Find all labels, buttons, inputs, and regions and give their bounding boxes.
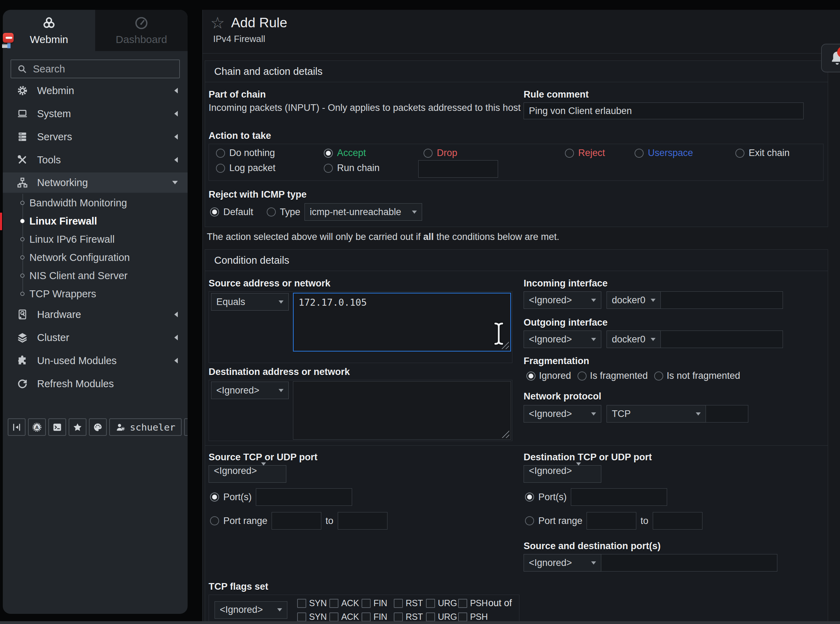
flag-syn-checkbox[interactable]	[297, 599, 306, 608]
fragmentation-option-is-not-fragmented[interactable]: Is not fragmented	[654, 371, 740, 381]
flag-ack-checkbox[interactable]	[330, 612, 339, 622]
action-option-reject[interactable]: Reject	[565, 148, 605, 158]
destination-address-match-select[interactable]: <Ignored>	[211, 382, 289, 399]
icmp-type-option[interactable]: Type	[267, 207, 301, 218]
flag-fin-checkbox[interactable]	[362, 599, 371, 608]
sidebar-item-network-configuration[interactable]: Network Configuration	[3, 248, 187, 267]
radio-icon[interactable]	[654, 371, 663, 380]
destination-port-range-radio[interactable]	[525, 516, 534, 525]
action-option-do-nothing[interactable]: Do nothing	[216, 148, 275, 158]
destination-ports-input[interactable]	[571, 488, 667, 506]
icmp-default-option[interactable]: Default	[210, 207, 254, 218]
incoming-interface-match-select[interactable]: <Ignored>	[524, 291, 601, 309]
theme-palette-button[interactable]	[89, 419, 107, 436]
source-address-match-select[interactable]: Equals	[211, 293, 289, 310]
destination-address-group: <Ignored>	[209, 380, 512, 441]
flag-syn-checkbox[interactable]	[297, 612, 306, 622]
sidebar-item-linux-firewall[interactable]: Linux Firewall	[3, 212, 187, 230]
destination-address-textarea[interactable]	[293, 381, 511, 440]
destination-port-range-to-input[interactable]	[653, 512, 702, 530]
tab-dashboard[interactable]: Dashboard	[95, 10, 187, 51]
destination-port-match-select[interactable]: <Ignored>	[524, 465, 601, 483]
source-address-textarea[interactable]: 172.17.0.105	[293, 293, 511, 352]
radio-icon[interactable]	[424, 149, 433, 158]
user-menu-button[interactable]: schueler	[109, 419, 182, 436]
terminal-button[interactable]	[48, 419, 66, 436]
icmp-type-select[interactable]: icmp-net-unreachable	[305, 203, 422, 221]
theme-auto-button[interactable]: A	[28, 419, 46, 436]
flag-urg-checkbox[interactable]	[426, 612, 435, 622]
source-port-range-radio[interactable]	[210, 516, 219, 525]
select-arrow-icon	[261, 462, 266, 476]
src-dst-ports-input[interactable]	[601, 554, 777, 571]
sidebar-item-bandwidth-monitoring[interactable]: Bandwidth Monitoring	[3, 194, 187, 212]
source-ports-input[interactable]	[256, 488, 352, 506]
search-input[interactable]	[32, 63, 173, 75]
sidebar-item-servers[interactable]: Servers	[3, 125, 187, 148]
outgoing-interface-match-select[interactable]: <Ignored>	[524, 331, 601, 348]
rule-comment-label: Rule comment	[524, 89, 824, 100]
outgoing-interface-device-select[interactable]: docker0	[606, 331, 661, 348]
radio-icon[interactable]	[526, 371, 535, 380]
sidebar-item-tools[interactable]: Tools	[3, 148, 187, 171]
chain-panel: Chain and action details Part of chain I…	[205, 60, 828, 227]
action-option-log-packet[interactable]: Log packet	[216, 163, 275, 173]
network-protocol-match-select[interactable]: <Ignored>	[524, 405, 601, 423]
favorite-star-icon[interactable]: ☆	[210, 15, 225, 31]
rule-comment-input[interactable]	[524, 102, 804, 119]
sidebar-item-hardware[interactable]: Hardware	[3, 303, 187, 326]
flag-urg-checkbox[interactable]	[426, 599, 435, 608]
sidebar-item-linux-ipv6-firewall[interactable]: Linux IPv6 Firewall	[3, 230, 187, 248]
source-port-match-select[interactable]: <Ignored>	[209, 465, 286, 483]
destination-ports-radio[interactable]	[525, 493, 534, 502]
incoming-interface-device-select[interactable]: docker0	[606, 291, 661, 309]
source-port-range-from-input[interactable]	[272, 512, 321, 530]
action-option-userspace[interactable]: Userspace	[634, 148, 693, 158]
sidebar-item-unused-modules[interactable]: Un-used Modules	[3, 349, 187, 372]
run-chain-input[interactable]	[418, 160, 498, 178]
outgoing-interface-input[interactable]	[661, 331, 783, 348]
sidebar-item-networking[interactable]: Networking	[3, 173, 187, 193]
src-dst-ports-match-select[interactable]: <Ignored>	[524, 554, 601, 571]
incoming-interface-input[interactable]	[661, 291, 783, 309]
radio-icon[interactable]	[216, 164, 225, 173]
radio-icon[interactable]	[634, 149, 644, 158]
radio-icon[interactable]	[324, 164, 333, 173]
collapse-sidebar-button[interactable]	[8, 419, 26, 436]
fragmentation-option-is-fragmented[interactable]: Is fragmented	[577, 371, 648, 381]
sidebar-item-nis-client-and-server[interactable]: NIS Client and Server	[3, 267, 187, 285]
flag-ack-checkbox[interactable]	[330, 599, 339, 608]
flag-rst-checkbox[interactable]	[394, 599, 403, 608]
action-option-accept[interactable]: Accept	[324, 148, 366, 158]
sidebar-item-webmin[interactable]: Webmin	[3, 79, 187, 102]
notifications-button[interactable]	[821, 44, 840, 73]
source-port-range-to-input[interactable]	[338, 512, 387, 530]
sidebar-item-refresh-modules[interactable]: Refresh Modules	[3, 372, 187, 395]
radio-icon[interactable]	[565, 149, 574, 158]
radio-icon[interactable]	[735, 149, 744, 158]
flag-psh-checkbox[interactable]	[458, 612, 467, 622]
flag-psh-checkbox[interactable]	[458, 599, 467, 608]
radio-icon[interactable]	[267, 207, 276, 216]
action-option-run-chain[interactable]: Run chain	[324, 163, 380, 173]
favorites-button[interactable]	[69, 419, 87, 436]
tcp-flags-match-select[interactable]: <Ignored>	[215, 601, 287, 619]
flag-fin-checkbox[interactable]	[362, 612, 371, 622]
destination-port-range-from-input[interactable]	[586, 512, 636, 530]
sidebar-item-cluster[interactable]: Cluster	[3, 326, 187, 349]
action-option-exit-chain[interactable]: Exit chain	[735, 148, 790, 158]
bullet-icon	[20, 292, 25, 296]
radio-icon[interactable]	[324, 149, 333, 158]
fragmentation-option-ignored[interactable]: Ignored	[526, 371, 571, 381]
source-ports-radio[interactable]	[210, 493, 219, 502]
flag-rst-checkbox[interactable]	[394, 612, 403, 622]
logout-button[interactable]	[184, 419, 187, 436]
radio-icon[interactable]	[210, 207, 219, 216]
network-protocol-input[interactable]	[705, 405, 748, 423]
action-option-drop[interactable]: Drop	[424, 148, 458, 158]
sidebar-item-system[interactable]: System	[3, 102, 187, 125]
radio-icon[interactable]	[216, 149, 225, 158]
network-protocol-select[interactable]: TCP	[606, 405, 706, 423]
sidebar-item-tcp-wrappers[interactable]: TCP Wrappers	[3, 285, 187, 303]
radio-icon[interactable]	[577, 371, 586, 380]
